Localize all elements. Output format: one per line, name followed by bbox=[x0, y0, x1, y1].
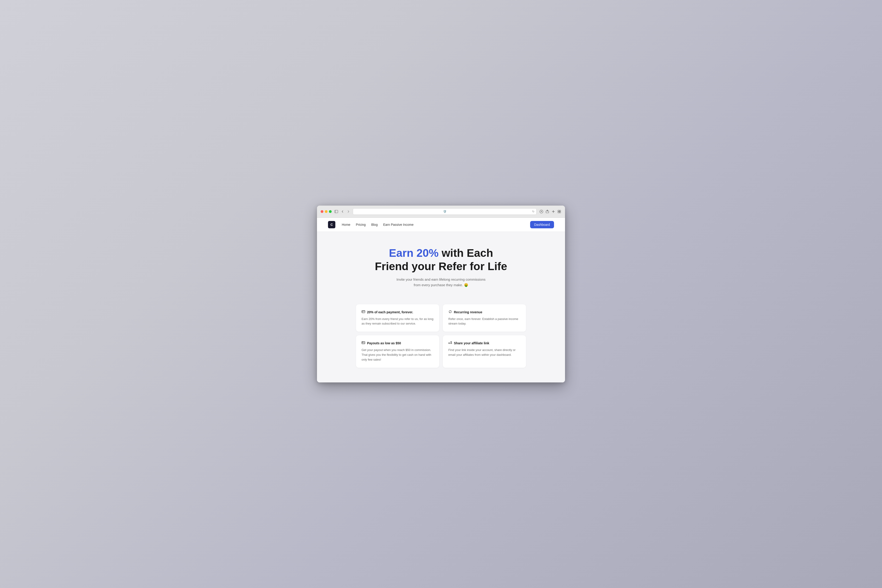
address-bar[interactable]: 🛡️ ↻ bbox=[353, 208, 537, 215]
payment-icon bbox=[362, 310, 365, 315]
sidebar-toggle-button[interactable] bbox=[334, 210, 338, 213]
card-title-1: 20% of each payment, forever. bbox=[367, 310, 413, 314]
feature-cards-grid: 20% of each payment, forever. Earn 20% f… bbox=[338, 299, 544, 382]
new-tab-button[interactable] bbox=[551, 210, 555, 214]
dashboard-button[interactable]: Dashboard bbox=[530, 221, 554, 228]
svg-rect-4 bbox=[558, 210, 559, 212]
nav-pricing[interactable]: Pricing bbox=[356, 223, 366, 226]
browser-chrome: 🛡️ ↻ bbox=[317, 206, 565, 218]
tabs-overview-button[interactable] bbox=[557, 210, 561, 214]
nav-links: Home Pricing Blog Earn Passive Income bbox=[342, 223, 413, 226]
security-icon: 🛡️ bbox=[443, 210, 447, 213]
minimize-button[interactable] bbox=[325, 210, 327, 213]
maximize-button[interactable] bbox=[329, 210, 332, 213]
nav-blog[interactable]: Blog bbox=[371, 223, 378, 226]
logo[interactable]: C bbox=[328, 221, 335, 228]
reload-icon[interactable]: ↻ bbox=[532, 210, 534, 213]
nav-earn-passive-income[interactable]: Earn Passive Income bbox=[383, 223, 413, 226]
svg-rect-8 bbox=[362, 310, 365, 313]
recurring-icon bbox=[448, 310, 452, 315]
back-button[interactable] bbox=[341, 210, 345, 213]
share-link-icon bbox=[448, 341, 452, 345]
svg-rect-5 bbox=[560, 210, 561, 212]
browser-action-buttons bbox=[539, 210, 561, 214]
forward-button[interactable] bbox=[346, 210, 350, 213]
hero-title-accent: Earn 20% bbox=[389, 247, 438, 259]
navbar: C Home Pricing Blog Earn Passive Income … bbox=[317, 218, 565, 232]
browser-window: 🛡️ ↻ bbox=[317, 206, 565, 382]
card-header-4: Share your affiliate link bbox=[448, 341, 520, 345]
browser-nav-controls bbox=[341, 210, 350, 213]
card-title-4: Share your affiliate link bbox=[454, 341, 489, 345]
svg-rect-0 bbox=[334, 210, 338, 213]
page-content: C Home Pricing Blog Earn Passive Income … bbox=[317, 218, 565, 382]
card-payout: Payouts as low as $50 Get your payout wh… bbox=[356, 335, 439, 368]
card-header-3: Payouts as low as $50 bbox=[362, 341, 434, 345]
payout-icon bbox=[362, 341, 365, 345]
card-desc-2: Refer once, earn forever. Establish a pa… bbox=[448, 317, 520, 326]
close-button[interactable] bbox=[321, 210, 323, 213]
card-payment-percent: 20% of each payment, forever. Earn 20% f… bbox=[356, 304, 439, 332]
share-button[interactable] bbox=[545, 210, 549, 214]
card-desc-1: Earn 20% from every friend you refer to … bbox=[362, 317, 434, 326]
svg-rect-9 bbox=[362, 312, 363, 312]
hero-subtitle: Invite your friends and earn lifelong re… bbox=[393, 277, 489, 288]
card-desc-4: Find your link inside your account, shar… bbox=[448, 348, 520, 357]
card-title-3: Payouts as low as $50 bbox=[367, 341, 401, 345]
traffic-lights bbox=[321, 210, 332, 213]
svg-rect-11 bbox=[362, 342, 363, 343]
nav-left: C Home Pricing Blog Earn Passive Income bbox=[328, 221, 413, 228]
hero-title: Earn 20% with EachFriend your Refer for … bbox=[328, 246, 554, 273]
hero-section: Earn 20% with EachFriend your Refer for … bbox=[317, 232, 565, 298]
card-desc-3: Get your payout when you reach $50 in co… bbox=[362, 348, 434, 362]
card-header-1: 20% of each payment, forever. bbox=[362, 310, 434, 315]
svg-rect-6 bbox=[558, 212, 559, 213]
card-recurring: Recurring revenue Refer once, earn forev… bbox=[443, 304, 526, 332]
card-header-2: Recurring revenue bbox=[448, 310, 520, 315]
card-share-link: Share your affiliate link Find your link… bbox=[443, 335, 526, 368]
download-button[interactable] bbox=[539, 210, 543, 214]
svg-rect-7 bbox=[560, 212, 561, 213]
nav-home[interactable]: Home bbox=[342, 223, 350, 226]
card-title-2: Recurring revenue bbox=[454, 310, 482, 314]
